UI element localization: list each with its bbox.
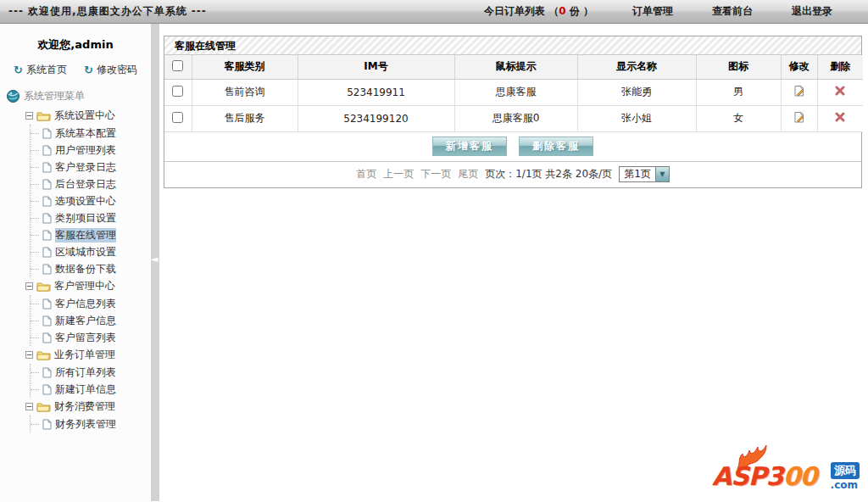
globe-icon xyxy=(7,90,19,103)
sidebar-item-basic-config[interactable]: 系统基本配置 xyxy=(31,125,151,142)
cell-im: 523419911 xyxy=(298,79,454,105)
document-icon xyxy=(42,367,52,378)
folder-icon xyxy=(36,111,51,121)
select-all-checkbox[interactable] xyxy=(172,60,183,71)
document-icon xyxy=(42,196,52,207)
cell-im: 5234199120 xyxy=(298,105,454,131)
document-icon xyxy=(42,179,52,190)
sidebar-item-all-orders[interactable]: 所有订单列表 xyxy=(31,364,151,381)
main-content: 客服在线管理 客服类别 IM号 鼠标提示 显示名称 图标 修改 删除 xyxy=(159,24,868,501)
sidebar: 欢迎您,admin ↻系统首页 ↻修改密码 系统管理菜单 − 系统设置中心 系统… xyxy=(0,24,151,501)
sidebar-item-customer-login-log[interactable]: 客户登录日志 xyxy=(31,159,151,176)
col-edit: 修改 xyxy=(781,55,817,79)
col-icon: 图标 xyxy=(696,55,781,79)
sidebar-splitter[interactable]: ◄ xyxy=(151,24,159,501)
cell-tooltip: 思康客服0 xyxy=(454,105,577,131)
page-first-link[interactable]: 首页 xyxy=(356,167,376,181)
table-row: 售后服务 5234199120 思康客服0 张小姐 女 xyxy=(164,105,863,131)
sidebar-item-finance-list[interactable]: 财务列表管理 xyxy=(31,416,151,432)
logo-brand: ASP300 xyxy=(712,461,816,491)
cell-icon: 男 xyxy=(696,79,781,105)
welcome-text: 欢迎您,admin xyxy=(0,31,151,63)
sidebar-item-customer-info-list[interactable]: 客户信息列表 xyxy=(31,295,151,312)
sidebar-item-category-settings[interactable]: 类别项目设置 xyxy=(31,209,151,226)
col-im: IM号 xyxy=(298,55,454,79)
sidebar-folder-order-management[interactable]: − 业务订单管理 xyxy=(25,346,151,364)
delete-service-button[interactable]: 删除客服 xyxy=(519,137,593,156)
nav-logout[interactable]: 退出登录 xyxy=(792,4,832,19)
sidebar-item-region-settings[interactable]: 区域城市设置 xyxy=(31,243,151,260)
sidebar-item-option-settings[interactable]: 选项设置中心 xyxy=(31,192,151,209)
action-buttons: 新增客服 删除客服 xyxy=(164,132,861,162)
link-change-password[interactable]: ↻修改密码 xyxy=(84,63,137,77)
collapse-icon[interactable]: − xyxy=(25,403,33,410)
cell-display-name: 张能勇 xyxy=(577,79,696,105)
folder-icon xyxy=(36,282,51,292)
sidebar-item-admin-login-log[interactable]: 后台登录日志 xyxy=(31,176,151,192)
sidebar-item-online-service[interactable]: 客服在线管理 xyxy=(31,226,151,243)
document-icon xyxy=(42,315,52,326)
sidebar-folder-customer-management[interactable]: − 客户管理中心 xyxy=(25,277,151,295)
service-table: 客服类别 IM号 鼠标提示 显示名称 图标 修改 删除 售前咨询 5234199… xyxy=(164,55,863,132)
sidebar-item-customer-messages[interactable]: 客户留言列表 xyxy=(31,329,151,346)
collapse-sidebar-icon[interactable]: ◄ xyxy=(151,254,158,264)
document-icon xyxy=(42,213,52,224)
nav-order-management[interactable]: 订单管理 xyxy=(632,4,673,19)
document-icon xyxy=(42,145,52,156)
page-next-link[interactable]: 下一页 xyxy=(420,167,451,181)
folder-icon xyxy=(36,402,51,412)
logo-com: .com xyxy=(831,479,858,491)
edit-icon[interactable] xyxy=(793,111,805,124)
delete-icon[interactable] xyxy=(835,86,845,96)
document-icon xyxy=(42,419,52,430)
menu-root: 系统管理菜单 xyxy=(0,87,151,107)
menu-title: 系统管理菜单 xyxy=(24,89,85,103)
document-icon xyxy=(42,128,52,139)
document-icon xyxy=(42,384,52,395)
delete-icon[interactable] xyxy=(835,112,845,122)
cell-category: 售后服务 xyxy=(192,105,298,131)
sidebar-item-new-order[interactable]: 新建订单信息 xyxy=(31,381,151,398)
table-header-row: 客服类别 IM号 鼠标提示 显示名称 图标 修改 删除 xyxy=(164,55,863,79)
today-orders-count: 0 xyxy=(559,5,565,17)
today-orders[interactable]: 今日订单列表 （0 份 ） xyxy=(484,4,593,19)
link-system-home[interactable]: ↻系统首页 xyxy=(14,63,67,77)
col-delete: 删除 xyxy=(817,55,863,79)
cell-icon: 女 xyxy=(696,105,781,131)
collapse-icon[interactable]: − xyxy=(25,112,33,120)
document-icon xyxy=(42,264,52,275)
collapse-icon[interactable]: − xyxy=(25,351,33,359)
page-title: 客服在线管理 xyxy=(164,36,861,55)
edit-icon[interactable] xyxy=(793,85,805,98)
document-icon xyxy=(42,162,52,173)
pagination: 首页 上一页 下一页 尾页 页次：1/1页 共2条 20条/页 第1页 ▼ xyxy=(164,162,861,187)
asp300-logo: ASP300 源码 .com xyxy=(707,450,860,498)
sidebar-item-data-backup[interactable]: 数据备份下载 xyxy=(31,260,151,277)
document-icon xyxy=(42,332,52,343)
add-service-button[interactable]: 新增客服 xyxy=(432,137,507,156)
col-display-name: 显示名称 xyxy=(577,55,696,79)
nav-view-frontend[interactable]: 查看前台 xyxy=(712,4,753,19)
folder-icon xyxy=(36,350,51,360)
sidebar-folder-finance-management[interactable]: − 财务消费管理 xyxy=(25,398,151,416)
cell-tooltip: 思康客服 xyxy=(454,79,577,105)
row-checkbox[interactable] xyxy=(172,86,183,97)
document-icon xyxy=(42,298,52,310)
page-last-link[interactable]: 尾页 xyxy=(458,167,478,181)
arrow-icon: ↻ xyxy=(14,64,23,76)
top-bar: --- 欢迎使用,思康图文办公下单系统 --- 今日订单列表 （0 份 ） 订单… xyxy=(0,0,868,24)
collapse-icon[interactable]: − xyxy=(25,282,33,290)
sidebar-item-new-customer[interactable]: 新建客户信息 xyxy=(31,312,151,329)
page-select[interactable]: 第1页 ▼ xyxy=(619,166,670,182)
page-prev-link[interactable]: 上一页 xyxy=(383,167,414,181)
document-icon xyxy=(42,247,52,258)
sidebar-item-user-list[interactable]: 用户管理列表 xyxy=(31,142,151,159)
row-checkbox[interactable] xyxy=(172,112,183,123)
cell-display-name: 张小姐 xyxy=(577,105,696,131)
system-title: --- 欢迎使用,思康图文办公下单系统 --- xyxy=(0,4,207,19)
table-row: 售前咨询 523419911 思康客服 张能勇 男 xyxy=(164,79,863,105)
arrow-icon: ↻ xyxy=(84,64,93,76)
cell-category: 售前咨询 xyxy=(192,79,298,105)
service-management-panel: 客服在线管理 客服类别 IM号 鼠标提示 显示名称 图标 修改 删除 xyxy=(164,36,862,188)
sidebar-folder-system-settings[interactable]: − 系统设置中心 xyxy=(25,107,151,125)
